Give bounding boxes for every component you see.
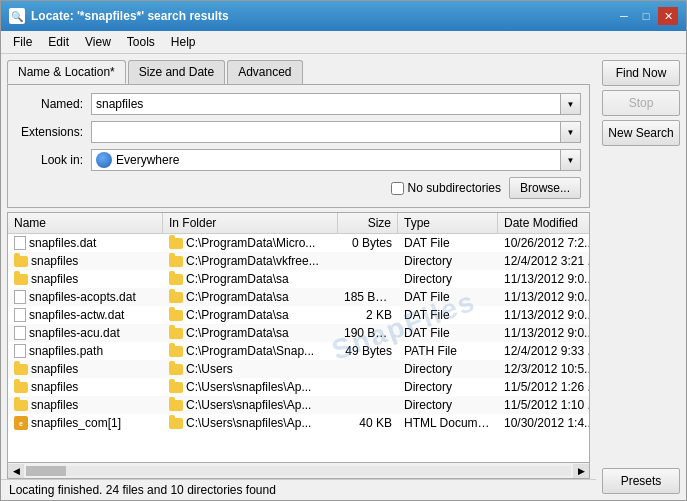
- no-subdirs-check[interactable]: [391, 182, 404, 195]
- minimize-button[interactable]: ─: [614, 7, 634, 25]
- table-row[interactable]: snapfiles C:\Users Directory 12/3/2012 1…: [8, 360, 589, 378]
- cell-name: snapfiles-acu.dat: [8, 325, 163, 341]
- table-row[interactable]: snapfiles.dat C:\ProgramData\Micro... 0 …: [8, 234, 589, 252]
- menu-tools[interactable]: Tools: [119, 33, 163, 51]
- cell-folder: C:\Users\snapfiles\Ap...: [163, 397, 338, 413]
- status-bar: Locating finished. 24 files and 10 direc…: [1, 479, 596, 500]
- h-scrollbar-thumb[interactable]: [26, 466, 66, 476]
- cell-date: 11/13/2012 9:0...: [498, 325, 589, 341]
- table-row[interactable]: snapfiles-acopts.dat C:\ProgramData\sa 1…: [8, 288, 589, 306]
- extensions-row: Extensions: ▼: [16, 121, 581, 143]
- bottom-row: No subdirectories Browse...: [16, 177, 581, 199]
- scroll-left-btn[interactable]: ◀: [8, 464, 24, 478]
- h-scrollbar-area: ◀ ▶: [7, 463, 590, 479]
- named-control: ▼: [91, 93, 581, 115]
- lookin-dropdown[interactable]: ▼: [561, 149, 581, 171]
- menu-edit[interactable]: Edit: [40, 33, 77, 51]
- cell-type: HTML Document: [398, 415, 498, 431]
- folder-icon: [14, 256, 28, 267]
- file-icon: [14, 308, 26, 322]
- no-subdirs-checkbox[interactable]: No subdirectories: [391, 181, 501, 195]
- named-label: Named:: [16, 97, 91, 111]
- col-header-folder[interactable]: In Folder: [163, 213, 338, 233]
- named-dropdown[interactable]: ▼: [561, 93, 581, 115]
- folder-path-text: C:\ProgramData\Snap...: [186, 344, 314, 358]
- menu-help[interactable]: Help: [163, 33, 204, 51]
- results-header: Name In Folder Size Type Date Modified: [8, 213, 589, 234]
- browse-button[interactable]: Browse...: [509, 177, 581, 199]
- cell-date: 11/5/2012 1:10 ...: [498, 397, 589, 413]
- close-button[interactable]: ✕: [658, 7, 678, 25]
- extensions-dropdown[interactable]: ▼: [561, 121, 581, 143]
- main-content: Name & Location* Size and Date Advanced …: [1, 54, 686, 500]
- presets-button[interactable]: Presets: [602, 468, 680, 494]
- cell-size: 0 Bytes: [338, 235, 398, 251]
- cell-folder: C:\ProgramData\sa: [163, 307, 338, 323]
- file-name-text: snapfiles-acopts.dat: [29, 290, 136, 304]
- table-row[interactable]: snapfiles.path C:\ProgramData\Snap... 49…: [8, 342, 589, 360]
- folder-path-text: C:\ProgramData\sa: [186, 272, 289, 286]
- tab-name-location[interactable]: Name & Location*: [7, 60, 126, 84]
- named-row: Named: ▼: [16, 93, 581, 115]
- cell-folder: C:\ProgramData\sa: [163, 325, 338, 341]
- col-header-type[interactable]: Type: [398, 213, 498, 233]
- table-row[interactable]: snapfiles C:\ProgramData\sa Directory 11…: [8, 270, 589, 288]
- cell-type: Directory: [398, 379, 498, 395]
- folder-icon: [169, 292, 183, 303]
- menu-view[interactable]: View: [77, 33, 119, 51]
- menu-file[interactable]: File: [5, 33, 40, 51]
- file-name-text: snapfiles: [31, 380, 78, 394]
- file-name-text: snapfiles-acu.dat: [29, 326, 120, 340]
- folder-icon: [169, 364, 183, 375]
- find-now-button[interactable]: Find Now: [602, 60, 680, 86]
- folder-path-text: C:\ProgramData\sa: [186, 308, 289, 322]
- folder-icon: [169, 400, 183, 411]
- cell-size: [338, 260, 398, 262]
- results-body: snapfiles.dat C:\ProgramData\Micro... 0 …: [8, 234, 589, 462]
- folder-path-text: C:\Users: [186, 362, 233, 376]
- tab-advanced[interactable]: Advanced: [227, 60, 302, 84]
- file-name-text: snapfiles: [31, 272, 78, 286]
- cell-size: [338, 368, 398, 370]
- cell-folder: C:\ProgramData\Micro...: [163, 235, 338, 251]
- cell-size: [338, 404, 398, 406]
- no-subdirs-label: No subdirectories: [408, 181, 501, 195]
- folder-path-text: C:\ProgramData\sa: [186, 326, 289, 340]
- status-text: Locating finished. 24 files and 10 direc…: [9, 483, 276, 497]
- cell-size: 2 KB: [338, 307, 398, 323]
- cell-size: 190 Bytes: [338, 325, 398, 341]
- file-name-text: snapfiles: [31, 398, 78, 412]
- folder-icon: [169, 328, 183, 339]
- maximize-button[interactable]: □: [636, 7, 656, 25]
- folder-path-text: C:\ProgramData\Micro...: [186, 236, 315, 250]
- scroll-right-btn[interactable]: ▶: [573, 464, 589, 478]
- menu-bar: File Edit View Tools Help: [1, 31, 686, 54]
- folder-icon: [14, 364, 28, 375]
- tab-size-date[interactable]: Size and Date: [128, 60, 225, 84]
- cell-type: PATH File: [398, 343, 498, 359]
- table-row[interactable]: snapfiles-acu.dat C:\ProgramData\sa 190 …: [8, 324, 589, 342]
- new-search-button[interactable]: New Search: [602, 120, 680, 146]
- cell-name: snapfiles: [8, 253, 163, 269]
- stop-button[interactable]: Stop: [602, 90, 680, 116]
- table-row[interactable]: snapfiles C:\ProgramData\vkfree... Direc…: [8, 252, 589, 270]
- cell-name: snapfiles: [8, 271, 163, 287]
- folder-icon: [169, 346, 183, 357]
- named-input[interactable]: [91, 93, 561, 115]
- cell-name: snapfiles: [8, 361, 163, 377]
- col-header-date[interactable]: Date Modified: [498, 213, 590, 233]
- extensions-input[interactable]: [91, 121, 561, 143]
- window-controls: ─ □ ✕: [614, 7, 678, 25]
- cell-name: snapfiles.path: [8, 343, 163, 359]
- cell-date: 11/13/2012 9:0...: [498, 289, 589, 305]
- table-row[interactable]: snapfiles-actw.dat C:\ProgramData\sa 2 K…: [8, 306, 589, 324]
- h-scrollbar-track[interactable]: [26, 466, 571, 476]
- cell-name: snapfiles-actw.dat: [8, 307, 163, 323]
- col-header-name[interactable]: Name: [8, 213, 163, 233]
- cell-date: 10/30/2012 1:4...: [498, 415, 589, 431]
- table-row[interactable]: snapfiles C:\Users\snapfiles\Ap... Direc…: [8, 396, 589, 414]
- col-header-size[interactable]: Size: [338, 213, 398, 233]
- table-row[interactable]: e snapfiles_com[1] C:\Users\snapfiles\Ap…: [8, 414, 589, 432]
- lookin-control: Everywhere ▼: [91, 149, 581, 171]
- table-row[interactable]: snapfiles C:\Users\snapfiles\Ap... Direc…: [8, 378, 589, 396]
